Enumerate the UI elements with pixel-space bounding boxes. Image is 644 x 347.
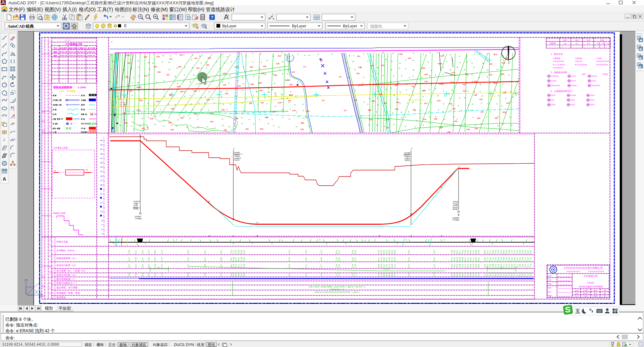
svg-text:95.80: 95.80 [434,257,435,261]
svg-text:XXX、XXX管道: XXX、XXX管道 [59,90,76,93]
svg-text:75.74: 75.74 [434,272,435,276]
svg-text:XX: XX [49,51,51,53]
svg-text:59.47: 59.47 [238,272,240,276]
svg-text:73.78: 73.78 [161,257,163,261]
svg-text:XX: XX [49,250,51,252]
svg-text:4.61-: 4.61- [454,121,458,122]
svg-text:84.65: 84.65 [321,257,322,261]
svg-text:33: 33 [100,166,103,168]
svg-text:5.07-: 5.07- [272,111,276,113]
svg-text:78.64: 78.64 [503,257,505,261]
svg-text:5.36-: 5.36- [123,113,126,114]
svg-text:4.61-: 4.61- [127,62,131,64]
svg-text:3.24-: 3.24- [425,81,428,83]
svg-text:6.14-: 6.14- [384,102,387,104]
svg-text:埋地XX管道XXXXX: 埋地XX管道XXXXX [408,99,426,101]
svg-text:4.61-: 4.61- [224,129,228,131]
svg-text:XX: XX [49,121,51,123]
svg-text:L=550.1: L=550.1 [404,158,410,160]
svg-text:3.95-: 3.95- [251,84,254,85]
svg-text:53.19: 53.19 [519,257,521,261]
svg-text:11.46: 11.46 [522,264,524,268]
svg-text:2.81-: 2.81- [259,82,262,84]
svg-text:5.36-: 5.36- [180,91,184,93]
svg-text:91.95: 91.95 [478,272,480,276]
svg-text:XXXX.XX: XXXX.XX [87,51,95,53]
svg-text:2.81-: 2.81- [480,111,484,113]
svg-text:76.97: 76.97 [383,264,385,268]
svg-text:43: 43 [100,144,103,146]
svg-text:66.41: 66.41 [391,250,393,254]
svg-text:37.56: 37.56 [408,250,410,254]
svg-text:3.24-: 3.24- [278,55,282,57]
svg-text:XX: XX [49,55,51,57]
svg-text:75.61: 75.61 [454,250,456,254]
svg-text:54.78: 54.78 [487,272,489,276]
svg-text:15.56: 15.56 [204,264,206,268]
svg-text:里程: 里程 [575,39,579,41]
svg-text:35.57: 35.57 [383,250,385,254]
svg-text:5.07-: 5.07- [437,100,441,102]
svg-text:4.61-: 4.61- [463,84,466,86]
svg-text:24.84: 24.84 [221,257,222,261]
svg-text:84.70: 84.70 [508,264,510,268]
svg-text:1: 1 [53,241,54,243]
svg-text:H: H [208,200,210,202]
svg-text:AJ007: AJ007 [137,86,141,88]
svg-text:50.97: 50.97 [517,257,518,261]
svg-text:4.61-: 4.61- [196,67,200,69]
svg-text:63.17: 63.17 [386,257,388,261]
svg-text:3.95-: 3.95- [177,86,181,88]
svg-text:36.12: 36.12 [495,264,497,268]
svg-text:XX: XX [49,74,51,76]
svg-text:水泥路: 水泥路 [81,99,86,101]
svg-text:XXXXXXXX: XXXXXXXX [553,67,563,69]
svg-text:T=2.36: T=2.36 [453,203,458,205]
svg-text:54.13: 54.13 [462,272,464,276]
svg-text:52.30: 52.30 [451,272,453,276]
svg-text:55.89: 55.89 [355,250,356,254]
svg-text:6.14-: 6.14- [452,72,456,73]
svg-text:74.27: 74.27 [454,264,456,268]
svg-text:17.51: 17.51 [394,264,396,268]
svg-text:3.95-: 3.95- [124,122,128,124]
svg-text:3.95-: 3.95- [250,66,254,68]
svg-text:68.27: 68.27 [465,257,466,261]
svg-text:林 地: 林 地 [81,118,85,120]
svg-text:40.16: 40.16 [135,264,137,268]
svg-text:XX: XX [49,266,51,268]
svg-text:44.83: 44.83 [187,272,189,276]
svg-text:XX: XX [86,169,88,171]
svg-text:28.83: 28.83 [478,264,480,268]
svg-text:69.87: 69.87 [128,264,130,268]
svg-text:4.61-: 4.61- [169,94,173,96]
svg-text:6.14-: 6.14- [137,109,141,111]
svg-text:XXXX: XXXX [590,94,595,96]
svg-text:69.17: 69.17 [517,264,518,268]
svg-text:XX: XX [49,277,51,279]
svg-text:3.24-: 3.24- [156,56,160,58]
svg-text:70.74: 70.74 [517,250,518,254]
svg-text:45: 45 [500,266,502,269]
svg-text:13.40: 13.40 [508,272,510,276]
svg-text:2.81-: 2.81- [222,109,225,111]
svg-text:通信. 线路: 通信. 线路 [52,127,61,130]
svg-text:XXXX: XXXX [590,104,595,106]
svg-text:79.52: 79.52 [434,250,435,254]
svg-text:4.28-: 4.28- [439,63,442,65]
svg-text:13.69: 13.69 [381,272,382,276]
svg-text:房 屋: 房 屋 [81,94,85,97]
svg-text:3.24-: 3.24- [225,93,229,95]
svg-text:说明: 说明 [582,73,585,75]
svg-text:坐标: 坐标 [600,39,604,41]
svg-text:41: 41 [100,148,103,150]
svg-text:51.72: 51.72 [391,257,393,261]
svg-text:桩号: 桩号 [563,39,567,41]
svg-text:纵断面示意图: 纵断面示意图 [53,212,65,215]
svg-text:63.71: 63.71 [484,272,486,276]
svg-text:43.78: 43.78 [305,272,307,276]
svg-text:33.55: 33.55 [389,257,390,261]
svg-text:27: 27 [100,180,103,182]
svg-text:4.61-: 4.61- [171,129,174,131]
svg-text:5.07-: 5.07- [292,71,295,73]
